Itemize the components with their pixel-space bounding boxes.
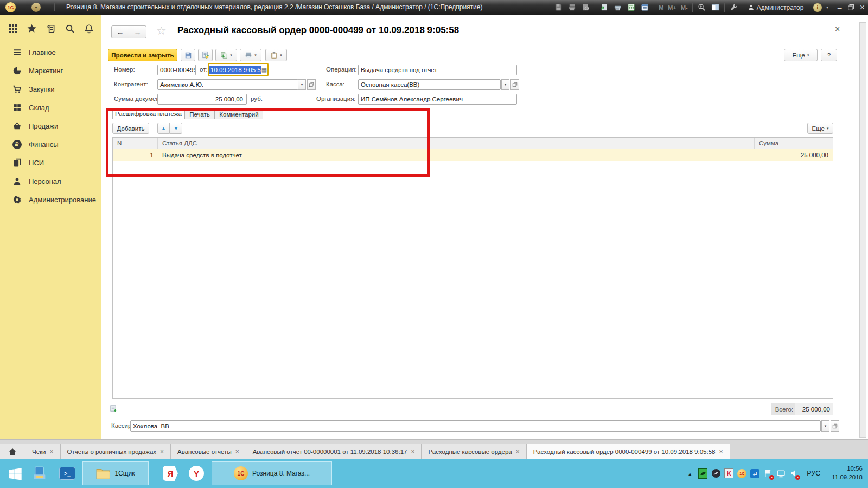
tray-antivirus-icon[interactable] (698, 469, 707, 478)
clock[interactable]: 10:56 11.09.2018 (832, 465, 863, 481)
window-tab-advance-report-doc[interactable]: Авансовый отчет 00-00000001 от 11.09.201… (246, 444, 422, 459)
tab-close-icon[interactable]: × (719, 448, 723, 455)
file-upload-icon[interactable] (599, 3, 609, 12)
calendar-icon[interactable] (640, 3, 649, 12)
doc-close-icon[interactable]: × (835, 24, 840, 34)
post-button[interactable] (198, 49, 213, 61)
tray-network-icon[interactable] (776, 469, 786, 478)
help-button[interactable]: ? (821, 49, 837, 61)
counterparty-dropdown-button[interactable]: ▾ (298, 79, 306, 90)
counterparty-input[interactable]: Акименко А.Ю. (157, 79, 298, 90)
minimize-button[interactable]: – (838, 4, 842, 11)
vertical-scrollbar[interactable] (859, 22, 866, 438)
create-based-on-button[interactable]: ▾ (215, 49, 237, 61)
print-button[interactable]: ▾ (240, 49, 261, 61)
tab-close-icon[interactable]: × (516, 448, 520, 455)
tray-teamviewer-icon[interactable]: ⇄ (750, 469, 760, 478)
yandex-button[interactable]: Я (158, 459, 182, 488)
col-article[interactable]: Статья ДДС (158, 138, 755, 149)
cashbox-input[interactable]: Основная касса(ВВ) (358, 79, 501, 90)
table-row[interactable]: 1 Выдача средств в подотчет 25 000,00 (113, 149, 833, 161)
tray-volume-muted-icon[interactable]: × (789, 469, 799, 478)
tab-close-icon[interactable]: × (50, 448, 54, 455)
move-down-button[interactable]: ▼ (170, 123, 182, 134)
col-n[interactable]: N (113, 138, 158, 149)
organization-input[interactable]: ИП Семёнов Александр Сергеевич (358, 94, 517, 105)
cashbox-open-button[interactable] (510, 79, 519, 90)
tab-close-icon[interactable]: × (160, 448, 164, 455)
file-explorer-button[interactable] (29, 459, 51, 488)
save-button[interactable] (181, 49, 195, 61)
notifications-bell-icon[interactable] (84, 23, 94, 34)
divider (833, 3, 833, 12)
add-row-button[interactable]: Добавить (112, 123, 149, 134)
sidebar-item-zakupki[interactable]: Закупки (0, 80, 101, 98)
sidebar-item-prodazhi[interactable]: Продажи (0, 117, 101, 135)
col-sum[interactable]: Сумма (755, 138, 833, 149)
sidebar-item-administrirovanie[interactable]: Администрирование (0, 190, 101, 209)
history-icon[interactable] (46, 23, 56, 34)
service-wrench-icon[interactable] (729, 3, 738, 12)
cashier-input[interactable]: Хохлова_ВВ (130, 420, 821, 432)
zoom-icon[interactable] (697, 3, 706, 12)
sidebar-item-sklad[interactable]: Склад (0, 98, 101, 117)
copy-button[interactable]: ▾ (265, 49, 287, 61)
sidebar-item-marketing[interactable]: Маркетинг (0, 61, 101, 80)
window-tab-cash-orders-list[interactable]: Расходные кассовые ордера× (422, 444, 526, 459)
tray-actioncenter-icon[interactable]: × (763, 469, 773, 478)
tab-comment[interactable]: Комментарий (215, 109, 263, 119)
info-button[interactable]: i (813, 3, 822, 12)
signature-settings-icon[interactable] (110, 404, 118, 415)
window-tab-advance-reports[interactable]: Авансовые отчеты× (171, 444, 246, 459)
sidebar-item-finansy[interactable]: ₽ Финансы (0, 135, 101, 153)
search-icon[interactable] (65, 23, 75, 34)
tab-close-icon[interactable]: × (235, 448, 239, 455)
window-tab-retail-reports[interactable]: Отчеты о розничных продажах× (61, 444, 171, 459)
cashier-open-button[interactable] (831, 420, 839, 432)
pinned-folder-button[interactable]: 1Сщик (82, 461, 149, 485)
favorite-star-icon[interactable]: ☆ (156, 24, 167, 37)
favorites-star-icon[interactable] (27, 23, 37, 34)
tray-1c-icon[interactable]: 1С (737, 469, 746, 478)
tray-radmin-icon[interactable] (711, 469, 720, 478)
file-print-icon[interactable] (613, 3, 622, 12)
tab-close-icon[interactable]: × (411, 448, 414, 455)
powershell-button[interactable]: >_ (56, 459, 78, 488)
restore-button[interactable] (846, 3, 856, 12)
close-button[interactable]: × (860, 3, 865, 12)
back-button[interactable]: ← (111, 25, 129, 38)
language-indicator[interactable]: РУС (807, 470, 820, 477)
cashier-dropdown-button[interactable]: ▾ (821, 420, 829, 432)
tray-kaspersky-icon[interactable]: K (724, 469, 733, 478)
sidebar-item-personal[interactable]: Персонал (0, 172, 101, 190)
grid-more-button[interactable]: Еще▾ (807, 123, 833, 134)
tab-print[interactable]: Печать (184, 109, 215, 119)
chevron-down-icon[interactable]: ▾ (826, 5, 828, 10)
yandex-browser-button[interactable]: Y (184, 459, 208, 488)
calculator-icon[interactable] (627, 3, 636, 12)
number-input[interactable]: 0000-000499 (157, 65, 196, 75)
date-input[interactable]: 10.09.2018 9:05:5 ▦ (208, 63, 269, 76)
window-tab-cash-order-doc[interactable]: Расходный кассовый ордер 0000-000499 от … (527, 444, 730, 459)
tab-payment-details[interactable]: Расшифровка платежа (112, 108, 184, 119)
date-selected-text: 10.09.2018 9:05:5 (209, 66, 261, 74)
window-tab-cheki[interactable]: Чеки× (25, 444, 61, 459)
split-window-icon[interactable] (711, 3, 720, 12)
amount-input[interactable]: 25 000,00 (157, 94, 247, 105)
sidebar-item-nsi[interactable]: НСИ (0, 153, 101, 172)
move-up-button[interactable]: ▲ (157, 123, 170, 134)
current-user-button[interactable]: Администратор (748, 4, 804, 11)
active-app-button[interactable]: 1С Розница 8. Магаз... (212, 461, 332, 485)
calendar-icon[interactable]: ▦ (261, 66, 267, 73)
start-button[interactable] (4, 459, 26, 488)
more-button[interactable]: Еще▾ (784, 49, 818, 61)
post-and-close-button[interactable]: Провести и закрыть (108, 49, 177, 61)
window-menu-button[interactable]: ▼ (31, 3, 41, 12)
home-tab[interactable] (0, 444, 25, 459)
operation-input[interactable]: Выдача средств под отчет (358, 65, 517, 75)
tray-expand-icon[interactable]: ▴ (685, 469, 694, 478)
counterparty-open-button[interactable] (307, 79, 316, 90)
apps-grid-icon[interactable] (8, 23, 18, 34)
cashbox-dropdown-button[interactable]: ▾ (501, 79, 509, 90)
sidebar-item-glavnoe[interactable]: Главное (0, 43, 101, 61)
